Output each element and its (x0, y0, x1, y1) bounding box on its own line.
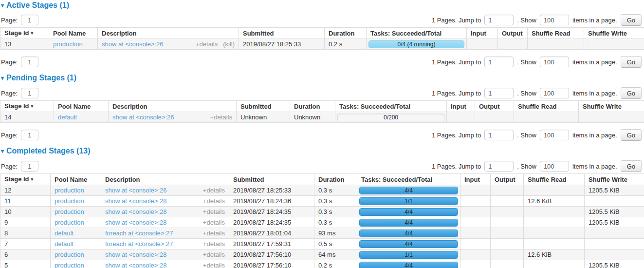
column-header-stage-id[interactable]: Stage Id▾ (0, 174, 51, 185)
page-number-input[interactable] (21, 88, 38, 98)
column-header-input[interactable]: Input (460, 174, 491, 185)
column-header-description[interactable]: Description (101, 174, 229, 185)
cell-description: show at <console>:28+details (101, 196, 229, 207)
page-size-input[interactable] (540, 130, 569, 140)
jump-to-page-input[interactable] (484, 130, 514, 140)
details-toggle[interactable]: +details (203, 251, 225, 258)
items-suffix-text: items in a page. (572, 17, 617, 24)
description-link[interactable]: foreach at <console>:27 (105, 230, 173, 237)
cell-duration: 0.3 s (314, 185, 357, 196)
column-header-shuffle-write[interactable]: Shuffle Write (585, 174, 644, 185)
column-header-pool-name[interactable]: Pool Name (51, 174, 101, 185)
details-toggle[interactable]: +details (203, 197, 225, 205)
description-link[interactable]: foreach at <console>:27 (105, 240, 173, 248)
description-link[interactable]: show at <console>:28 (105, 197, 166, 205)
pool-link[interactable]: production (55, 219, 84, 226)
description-link[interactable]: show at <console>:28 (105, 208, 166, 215)
details-toggle[interactable]: +details (196, 40, 218, 48)
go-button[interactable]: Go (621, 14, 642, 26)
description-link[interactable]: show at <console>:26 (112, 114, 174, 121)
jump-to-page-input[interactable] (484, 161, 514, 172)
cell-shuffle-write: 1205.5 KiB (585, 185, 644, 196)
go-button[interactable]: Go (621, 87, 642, 99)
description-link[interactable]: show at <console>:26 (102, 40, 163, 48)
cell-description: show at <console>:28+details (101, 249, 229, 260)
kill-link[interactable]: (kill) (223, 40, 235, 48)
go-button[interactable]: Go (621, 56, 642, 68)
cell-description: show at <console>:26+details(kill) (98, 39, 239, 50)
column-header-description[interactable]: Description (98, 28, 239, 39)
page-size-input[interactable] (540, 57, 569, 67)
pool-link[interactable]: production (55, 197, 84, 205)
column-header-output[interactable]: Output (498, 28, 528, 39)
column-header-shuffle-read[interactable]: Shuffle Read (528, 28, 584, 39)
details-toggle[interactable]: +details (203, 187, 225, 194)
active-stages-heading[interactable]: ▾Active Stages (1) (1, 1, 644, 9)
description-link[interactable]: show at <console>:28 (105, 251, 166, 258)
pool-link[interactable]: production (55, 187, 84, 194)
column-header-stage-id[interactable]: Stage Id▾ (0, 28, 49, 39)
column-header-submitted[interactable]: Submitted (237, 101, 290, 112)
column-header-duration[interactable]: Duration (325, 28, 367, 39)
details-toggle[interactable]: +details (210, 114, 232, 121)
column-header-tasks-succeeded-total[interactable]: Tasks: Succeeded/Total (335, 101, 447, 112)
column-header-shuffle-read[interactable]: Shuffle Read (514, 101, 579, 112)
page-number-input[interactable] (21, 57, 38, 67)
pool-link[interactable]: production (55, 208, 84, 215)
completed-stages-heading[interactable]: ▾Completed Stages (13) (1, 147, 644, 155)
pending-stages-section: ▾Pending Stages (1) Page:1 Pages. Jump t… (0, 74, 644, 141)
stage-row: 6productionshow at <console>:28+details2… (0, 249, 644, 260)
cell-description: foreach at <console>:27+details (101, 228, 229, 239)
column-header-description[interactable]: Description (109, 101, 237, 112)
details-toggle[interactable]: +details (203, 240, 225, 248)
task-progress-bar: 4/4 (359, 208, 458, 216)
description-wrap: show at <console>:28+details (105, 219, 225, 226)
go-button[interactable]: Go (621, 129, 642, 141)
column-header-shuffle-write[interactable]: Shuffle Write (584, 28, 644, 39)
description-link[interactable]: show at <console>:28 (105, 219, 166, 226)
column-header-duration[interactable]: Duration (314, 174, 357, 185)
page-size-input[interactable] (540, 88, 569, 98)
pool-link[interactable]: default (55, 240, 74, 248)
pending-stages-heading[interactable]: ▾Pending Stages (1) (1, 74, 644, 82)
details-toggle[interactable]: +details (203, 230, 225, 237)
cell-pool-name: production (51, 217, 101, 228)
jump-to-page-input[interactable] (484, 57, 514, 67)
pool-link[interactable]: default (55, 230, 74, 237)
column-header-duration[interactable]: Duration (290, 101, 335, 112)
stage-row: 13productionshow at <console>:26+details… (0, 39, 644, 50)
column-header-input[interactable]: Input (447, 101, 475, 112)
column-header-pool-name[interactable]: Pool Name (54, 101, 109, 112)
column-header-pool-name[interactable]: Pool Name (49, 28, 98, 39)
jump-to-page-input[interactable] (484, 15, 514, 25)
column-header-input[interactable]: Input (467, 28, 498, 39)
cell-tasks: 0/4 (4 running) (367, 39, 467, 50)
details-toggle[interactable]: +details (203, 208, 225, 215)
column-header-shuffle-read[interactable]: Shuffle Read (524, 174, 585, 185)
column-header-shuffle-write[interactable]: Shuffle Write (579, 101, 644, 112)
details-toggle[interactable]: +details (203, 219, 225, 226)
page-size-input[interactable] (540, 161, 569, 172)
page-number-input[interactable] (21, 161, 38, 172)
page-number-input[interactable] (21, 15, 38, 25)
pool-link[interactable]: production (55, 251, 84, 258)
description-link[interactable]: show at <console>:28 (105, 262, 166, 268)
column-header-tasks-succeeded-total[interactable]: Tasks: Succeeded/Total (367, 28, 467, 39)
cell-output (491, 249, 524, 260)
stage-row: 7defaultforeach at <console>:27+details2… (0, 239, 644, 249)
go-button[interactable]: Go (621, 160, 642, 172)
column-header-tasks-succeeded-total[interactable]: Tasks: Succeeded/Total (357, 174, 460, 185)
pool-link[interactable]: default (58, 114, 77, 121)
column-header-output[interactable]: Output (475, 101, 514, 112)
column-header-submitted[interactable]: Submitted (229, 174, 314, 185)
column-header-submitted[interactable]: Submitted (239, 28, 325, 39)
column-header-output[interactable]: Output (491, 174, 524, 185)
jump-to-page-input[interactable] (484, 88, 514, 98)
page-number-input[interactable] (21, 130, 38, 140)
page-size-input[interactable] (540, 15, 569, 25)
pool-link[interactable]: production (53, 40, 83, 48)
details-toggle[interactable]: +details (203, 262, 225, 268)
pool-link[interactable]: production (55, 262, 84, 268)
column-header-stage-id[interactable]: Stage Id▾ (0, 101, 54, 112)
description-link[interactable]: show at <console>:26 (105, 187, 166, 194)
